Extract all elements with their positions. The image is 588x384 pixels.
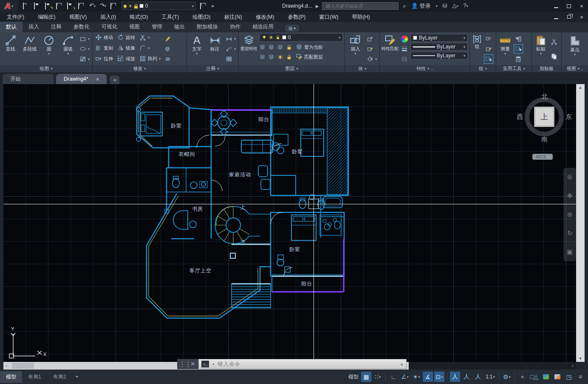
viewcube[interactable]: 北 西 东 南 上 WCS▾ — [515, 88, 576, 162]
circle-button[interactable]: 圆▾ — [40, 33, 58, 65]
doc-restore-button[interactable] — [563, 11, 575, 23]
publish-button[interactable]: ↴ — [67, 3, 74, 9]
ortho-toggle[interactable]: ∟ — [388, 372, 399, 382]
ribbon-tab-output[interactable]: 输出 — [168, 22, 191, 32]
command-input[interactable]: >_ ▾ 键入命令 ▲ — [198, 359, 407, 369]
object-color-dropdown[interactable]: ByLayer▾ — [410, 34, 468, 42]
viewcube-west[interactable]: 西 — [517, 113, 523, 121]
linetype-icon[interactable] — [400, 55, 409, 63]
menu-help[interactable]: 帮助(H) — [345, 12, 376, 22]
paste-button[interactable]: 粘贴▾ — [534, 33, 548, 65]
ribbon-tab-collaborate[interactable]: 协作 — [224, 22, 246, 32]
wcs-menu[interactable]: WCS▾ — [532, 154, 553, 160]
scroll-up-icon[interactable]: ▲ — [576, 84, 585, 91]
auto-scale-toggle[interactable]: 人 — [461, 372, 472, 382]
menu-draw[interactable]: 绘图(D) — [186, 12, 217, 22]
rectangle-button[interactable]: ▾ — [79, 35, 90, 43]
lineweight-dropdown[interactable]: ByLayer▾ — [410, 43, 468, 51]
polar-tracking-toggle[interactable]: ∠▾ — [400, 372, 410, 382]
panel-label-annotate[interactable]: 注释▾ — [187, 65, 238, 72]
hardware-acceleration-icon[interactable] — [552, 372, 563, 382]
layout-tab-model[interactable]: 模型 — [0, 371, 22, 383]
menu-parametric[interactable]: 参数(P) — [281, 12, 313, 22]
isolate-objects-button[interactable]: □△ — [529, 372, 540, 382]
group-button[interactable]: 组 — [472, 33, 483, 65]
snap-toggle[interactable]: ∷▾ — [373, 372, 383, 382]
trim-button[interactable]: ▾ — [139, 33, 161, 42]
plot-button[interactable] — [56, 3, 63, 9]
orbit-icon[interactable]: ↻ — [567, 229, 573, 237]
annotation-visibility-toggle[interactable]: 人 — [450, 372, 460, 382]
menu-window[interactable]: 窗口(W) — [312, 12, 345, 22]
app-store-icon[interactable]: ⛁ — [443, 3, 447, 9]
rotate-button[interactable]: 旋转 — [116, 33, 136, 42]
offset-button[interactable] — [163, 55, 172, 63]
panel-label-properties[interactable]: 特性▾⌟ — [380, 65, 469, 72]
command-line-window[interactable]: ⋮⋮ × >_ ▾ 键入命令 ▲ — [177, 359, 407, 369]
scroll-left-icon[interactable]: ‹ — [6, 363, 8, 368]
group-selection-toggle[interactable] — [484, 55, 493, 63]
qat-layer-dropdown[interactable]: ☀ 0 ▾ — [122, 2, 196, 10]
layout-tab-layout2[interactable]: 布局2 — [47, 371, 72, 383]
clean-screen-button[interactable]: ◳ — [564, 372, 574, 382]
text-button[interactable]: A 文字▾ — [189, 33, 205, 65]
app-logo-button[interactable]: A ▾ — [0, 0, 18, 12]
help-icon[interactable]: ?▾ — [464, 3, 468, 9]
arc-button[interactable]: 圆弧▾ — [59, 33, 77, 65]
layer-properties-button[interactable]: 图层特性 — [240, 33, 257, 65]
command-close-icon[interactable]: × — [191, 360, 195, 368]
panel-label-draw[interactable]: 绘图▾ — [0, 65, 92, 72]
steering-wheel-icon[interactable]: ⊚ — [567, 173, 573, 181]
viewcube-top-face[interactable]: 上 — [534, 107, 554, 127]
isodraft-toggle[interactable]: ✶▾ — [411, 372, 421, 382]
tab-start[interactable]: 开始 — [3, 74, 54, 84]
ellipse-button[interactable]: ▾ — [79, 45, 90, 53]
drawing-canvas[interactable]: Y X 卧室 阳台 卧室 衣帽间 家庭活动 书房 上 下 客厅上空 卧室 阳台 — [3, 84, 576, 362]
autodesk-icon[interactable]: △▾ — [452, 3, 458, 9]
qat-more-button[interactable]: » — [211, 3, 214, 9]
block-attributes-button[interactable]: ▾ — [366, 55, 378, 63]
command-history-icon[interactable]: ▲ — [400, 362, 404, 366]
ribbon-tab-home[interactable]: 默认 — [0, 22, 23, 32]
menu-format[interactable]: 格式(O) — [123, 12, 155, 22]
navigation-bar[interactable]: ⊚ ✥ ⊕ ↻ ▣ — [563, 168, 576, 261]
hscroll-thumb[interactable] — [12, 363, 34, 369]
menu-file[interactable]: 文件(F) — [0, 12, 31, 22]
polyline-button[interactable]: 多段线 — [21, 33, 38, 65]
doc-close-button[interactable]: × — [575, 11, 588, 23]
redo-button[interactable]: ↷▾ — [100, 3, 106, 9]
ungroup-button[interactable] — [484, 35, 493, 43]
linetype-dropdown[interactable]: ByLayer▾ — [410, 52, 468, 59]
color-wheel-icon[interactable] — [400, 35, 409, 43]
open-button[interactable] — [23, 3, 30, 9]
zoom-icon[interactable]: ⊕ — [567, 211, 573, 218]
erase-button[interactable] — [163, 35, 172, 43]
menu-edit[interactable]: 编辑(E) — [31, 12, 62, 22]
sign-in-button[interactable]: 👤 登录 — [411, 3, 431, 9]
copy-button[interactable]: 复制 — [94, 44, 114, 52]
measure-button[interactable]: 测量▾ — [498, 33, 512, 65]
lineweight-icon[interactable] — [400, 45, 409, 53]
panel-label-view[interactable]: 视图▾⌟ — [562, 65, 588, 72]
cut-button[interactable] — [550, 37, 558, 46]
customization-button[interactable]: ≡ — [575, 372, 585, 382]
undo-button[interactable]: ↶▾ — [89, 3, 96, 9]
fillet-button[interactable]: ▾ — [139, 44, 161, 52]
annotation-scale-icon[interactable]: 人 — [473, 372, 483, 382]
quick-calc-button[interactable] — [514, 55, 523, 63]
save-as-button[interactable]: ✎ — [45, 3, 52, 9]
copy-clip-button[interactable] — [550, 52, 558, 61]
showmotion-icon[interactable]: ▣ — [567, 248, 573, 256]
tab-drawing4[interactable]: Drawing4* × — [56, 74, 107, 84]
base-point-button[interactable]: 基点▾ — [565, 33, 585, 65]
scroll-right-icon[interactable]: › — [572, 363, 574, 369]
ribbon-display-toggle[interactable]: ▨ ▾ — [286, 25, 299, 31]
select-all-button[interactable] — [514, 45, 523, 53]
line-button[interactable]: 直线 — [2, 33, 19, 65]
create-block-button[interactable] — [366, 35, 378, 43]
panel-label-clipboard[interactable]: 剪贴板 — [532, 65, 561, 72]
annotation-monitor-toggle[interactable]: + — [517, 372, 528, 382]
ribbon-tab-parametric[interactable]: 参数化 — [68, 22, 96, 32]
leader-button[interactable]: ▾ — [225, 45, 237, 53]
ribbon-tab-addins[interactable]: 附加模块 — [191, 22, 224, 32]
